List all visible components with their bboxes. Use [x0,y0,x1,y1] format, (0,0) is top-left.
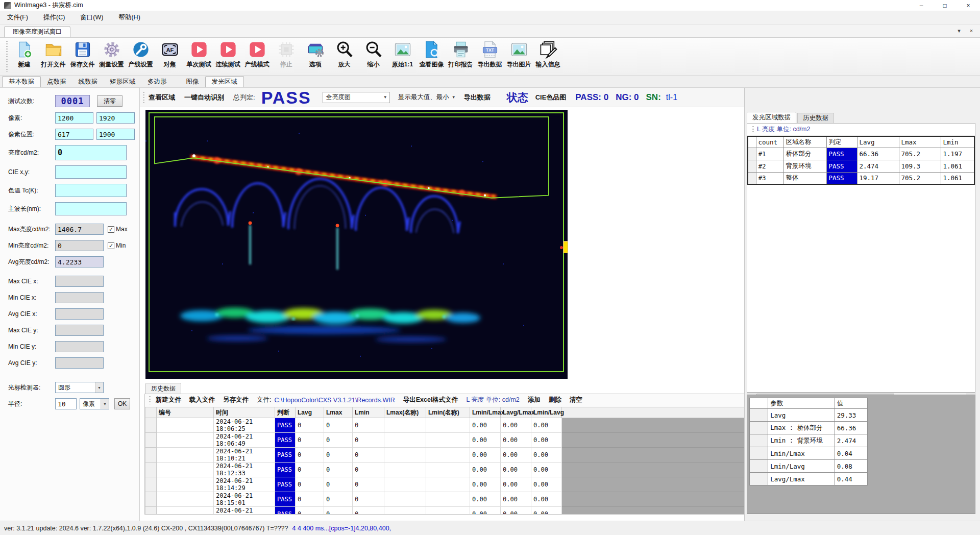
pixel-width-field[interactable]: 1200 [55,112,93,124]
pixel-height-field[interactable]: 1920 [96,112,135,124]
column-header[interactable]: 参数 [768,398,835,409]
display-mode-select[interactable]: 显示最大值、最小 ▼ [398,93,456,102]
param-row[interactable]: Lmin : 背景环境 2.474 [750,434,868,447]
line-mode-button[interactable]: 产线模式 [242,38,272,75]
zoom-in-button[interactable]: 放大 [330,38,359,75]
options-button[interactable]: 选项 [301,38,330,75]
tab-point-data[interactable]: 点数据 [41,76,72,87]
single-test-button[interactable]: 单次测试 [184,38,213,75]
delete-record-button[interactable]: 删除 [549,396,561,404]
radius-field[interactable]: 10 [55,398,77,409]
column-header[interactable]: Lmax(名称) [384,407,426,418]
open-file-button[interactable]: 打开文件 [39,38,68,75]
save-file-button[interactable]: 保存文件 [68,38,97,75]
original-1-1-button[interactable]: 原始1:1 [388,38,417,75]
cie-xy-field[interactable] [55,165,127,179]
clear-records-button[interactable]: 清空 [570,396,582,404]
new-button[interactable]: 新建 [10,38,39,75]
column-header[interactable]: 值 [835,398,867,409]
luminance-field[interactable]: 0 [55,145,127,160]
tab-basic-data[interactable]: 基本数据 [2,76,41,87]
column-header[interactable]: Lmax [899,136,941,148]
radius-unit-select[interactable]: 像素 ▼ [80,398,109,409]
export-excel-button[interactable]: 导出Excel格式文件 [403,396,458,404]
view-image-button[interactable]: 查看图像 [417,38,446,75]
menu-help[interactable]: 帮助(H) [118,13,140,22]
column-header[interactable]: Lavg/Lmax [501,407,531,418]
add-record-button[interactable]: 添加 [528,396,541,404]
wavelength-field[interactable] [55,202,127,215]
view-region-button[interactable]: 查看区域 [149,93,175,102]
region-row[interactable]: #2 背景环境 PASS 2.474 109.3 1.061 [748,160,974,172]
column-header[interactable]: 判断 [275,407,296,418]
tab-luminous-region[interactable]: 发光区域 [205,76,244,87]
pixel-pos-x-field[interactable]: 617 [55,129,93,140]
min-cie-x-field[interactable] [55,292,104,303]
param-row[interactable]: Lavg/Lmax 0.44 [750,473,868,485]
column-header[interactable]: Lmax [324,407,353,418]
tab-close-icon[interactable]: × [967,26,976,35]
save-as-record-file-button[interactable]: 另存文件 [223,396,249,404]
menu-window[interactable]: 窗口(W) [80,13,103,22]
param-row[interactable]: Lmin/Lavg 0.08 [750,460,868,473]
avg-cie-y-field[interactable] [55,357,104,369]
input-info-button[interactable]: 输入信息 [533,38,562,75]
tab-polygon[interactable]: 多边形 [141,76,173,87]
menu-file[interactable]: 文件(F) [7,13,28,22]
column-header[interactable]: Lavg [857,136,899,148]
region-row[interactable]: #3 整体 PASS 19.17 705.2 1.061 [748,172,974,184]
image-mode-select[interactable]: 全亮度图 ▼ [323,92,390,103]
line-settings-button[interactable]: 产线设置 [126,38,155,75]
param-row[interactable]: Lmin/Lmax 0.04 [750,447,868,460]
measure-settings-button[interactable]: 测量设置 [97,38,126,75]
column-header[interactable]: 区域名称 [783,136,826,148]
max-cie-y-field[interactable] [55,325,104,336]
load-record-file-button[interactable]: 载入文件 [189,396,215,404]
avg-lum-field[interactable]: 4.2233 [55,256,104,268]
minimize-icon[interactable]: – [910,0,933,11]
column-header[interactable]: Lmin/Lmax [470,407,501,418]
export-data-button[interactable]: TXT 导出数据 [475,38,504,75]
zoom-out-button[interactable]: 缩小 [359,38,388,75]
column-header[interactable]: 时间 [214,407,275,418]
column-header[interactable]: Lmin(名称) [426,407,470,418]
column-header[interactable]: Lmin [353,407,384,418]
max-lum-field[interactable]: 1406.7 [55,224,104,235]
param-row[interactable]: Lavg 29.33 [750,409,868,422]
luminance-image[interactable] [145,110,568,379]
max-checkbox[interactable]: ✓Max [108,226,128,233]
tab-history-data[interactable]: 历史数据 [145,383,181,394]
focus-button[interactable]: AF 对焦 [155,38,184,75]
cursor-detector-select[interactable]: 圆形 ▼ [55,382,104,393]
continuous-test-button[interactable]: 连续测试 [213,38,242,75]
column-header[interactable]: count [756,136,783,148]
color-temp-field[interactable] [55,184,127,197]
column-header[interactable]: 编号 [157,407,214,418]
close-icon[interactable]: × [957,0,980,11]
menu-operate[interactable]: 操作(C) [43,13,65,22]
min-cie-y-field[interactable] [55,341,104,352]
max-cie-x-field[interactable] [55,276,104,287]
tab-list-dropdown-icon[interactable]: ▾ [954,26,964,35]
print-report-button[interactable]: 打印报告 [446,38,475,75]
export-image-button[interactable]: 导出图片 [504,38,533,75]
avg-cie-x-field[interactable] [55,308,104,320]
tab-luminous-region-data[interactable]: 发光区域数据 [747,112,796,123]
maximize-icon[interactable]: □ [933,0,957,11]
tab-image[interactable]: 图像 [180,76,205,87]
min-checkbox[interactable]: ✓Min [108,242,126,249]
tab-rect-region[interactable]: 矩形区域 [104,76,141,87]
auto-detect-button[interactable]: 一键自动识别 [184,93,224,102]
export-data-button[interactable]: 导出数据 [464,93,491,102]
clear-count-button[interactable]: 清零 [97,95,122,107]
min-lum-field[interactable]: 0 [55,240,104,251]
ok-button[interactable]: OK [114,398,130,409]
tab-history-data-right[interactable]: 历史数据 [797,113,834,123]
tab-image-luminance-test[interactable]: 图像亮度测试窗口 [4,26,70,37]
column-header[interactable]: Lmin [941,136,974,148]
new-record-file-button[interactable]: 新建文件 [156,396,181,404]
tab-line-data[interactable]: 线数据 [72,76,104,87]
column-header[interactable]: Lavg [296,407,324,418]
cie-chart-button[interactable]: CIE色品图 [535,93,567,102]
column-header[interactable]: 判定 [826,136,857,148]
